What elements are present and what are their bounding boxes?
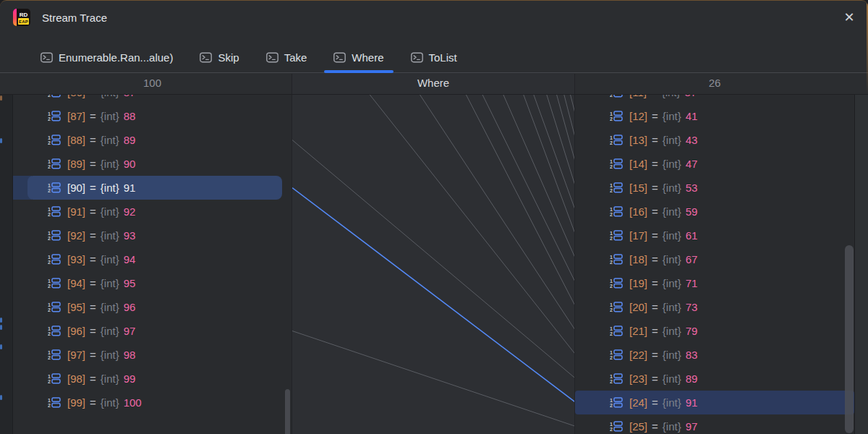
svg-text:2: 2 xyxy=(610,331,613,336)
item-value: 93 xyxy=(124,229,136,242)
item-value: 89 xyxy=(686,373,698,385)
trace-item[interactable]: 1 2 [90] = {int} 91 xyxy=(13,176,292,200)
svg-text:1: 1 xyxy=(610,231,613,236)
svg-text:2: 2 xyxy=(48,95,51,98)
trace-item[interactable]: 1 2 [94] = {int} 95 xyxy=(13,271,292,295)
svg-text:2: 2 xyxy=(48,260,51,265)
trace-link-line xyxy=(292,95,575,307)
trace-item[interactable]: 1 2 [99] = {int} 100 xyxy=(13,391,292,414)
item-equals: = xyxy=(90,301,96,313)
item-value: 61 xyxy=(686,229,698,242)
array-item-icon: 1 2 xyxy=(610,135,623,145)
trace-link-line-selected xyxy=(292,188,575,403)
item-index: [17] xyxy=(629,229,647,242)
array-item-icon: 1 2 xyxy=(610,373,623,384)
item-index: [21] xyxy=(629,325,647,337)
item-index: [97] xyxy=(67,349,85,361)
item-equals: = xyxy=(90,325,96,337)
tab-tolist[interactable]: ToList xyxy=(399,43,469,72)
svg-text:1: 1 xyxy=(610,135,613,140)
item-index: [96] xyxy=(67,325,85,337)
trace-link-line xyxy=(292,95,575,140)
tab-enumerable-ran-alue[interactable]: Enumerable.Ran...alue) xyxy=(29,43,184,72)
item-type: {int} xyxy=(101,253,119,265)
item-value: 100 xyxy=(124,396,142,409)
trace-item[interactable]: 1 2 [93] = {int} 94 xyxy=(13,247,292,271)
trace-item[interactable]: 1 2 [95] = {int} 96 xyxy=(13,295,292,319)
item-type: {int} xyxy=(101,134,119,146)
trace-item[interactable]: 1 2 [86] = {int} 87 xyxy=(13,95,292,104)
svg-text:2: 2 xyxy=(610,116,613,122)
item-equals: = xyxy=(652,301,658,313)
item-type: {int} xyxy=(663,301,681,313)
tab-skip[interactable]: Skip xyxy=(188,43,250,72)
scrollbar-thumb[interactable] xyxy=(845,245,854,433)
result-list: 1 2 [11] = {int} 37 1 2 [12] = {int} 41 … xyxy=(575,95,854,434)
tab-take[interactable]: Take xyxy=(255,43,319,72)
trace-item[interactable]: 1 2 [16] = {int} 59 xyxy=(575,200,854,224)
trace-item[interactable]: 1 2 [97] = {int} 98 xyxy=(13,343,292,367)
item-value: 79 xyxy=(686,325,698,337)
item-type: {int} xyxy=(101,229,119,242)
svg-text:2: 2 xyxy=(48,116,51,122)
column-headers: 100 Where 26 xyxy=(0,74,868,94)
item-value: 41 xyxy=(686,110,698,122)
close-button[interactable]: ✕ xyxy=(840,8,859,27)
item-type: {int} xyxy=(101,373,119,385)
trace-item[interactable]: 1 2 [91] = {int} 92 xyxy=(13,200,292,224)
terminal-icon xyxy=(411,52,423,63)
tab-label: Enumerable.Ran...alue) xyxy=(59,51,173,64)
svg-text:1: 1 xyxy=(610,183,613,188)
trace-item[interactable]: 1 2 [98] = {int} 99 xyxy=(13,367,292,391)
item-equals: = xyxy=(652,277,658,289)
trace-item[interactable]: 1 2 [87] = {int} 88 xyxy=(13,104,292,128)
trace-item[interactable]: 1 2 [11] = {int} 37 xyxy=(575,95,854,104)
trace-item[interactable]: 1 2 [89] = {int} 90 xyxy=(13,152,292,176)
array-item-icon: 1 2 xyxy=(610,95,623,98)
result-list-panel: 1 2 [11] = {int} 37 1 2 [12] = {int} 41 … xyxy=(575,95,854,434)
trace-item[interactable]: 1 2 [88] = {int} 89 xyxy=(13,128,292,152)
svg-text:2: 2 xyxy=(48,236,51,241)
item-index: [19] xyxy=(629,277,647,289)
trace-item[interactable]: 1 2 [96] = {int} 97 xyxy=(13,319,292,343)
svg-text:1: 1 xyxy=(48,111,51,116)
trace-item[interactable]: 1 2 [92] = {int} 93 xyxy=(13,224,292,247)
trace-item[interactable]: 1 2 [25] = {int} 97 xyxy=(575,414,854,434)
trace-item[interactable]: 1 2 [23] = {int} 89 xyxy=(575,367,854,391)
stripe-mark xyxy=(0,344,2,349)
array-item-icon: 1 2 xyxy=(610,278,623,289)
trace-item[interactable]: 1 2 [21] = {int} 79 xyxy=(575,319,854,343)
item-value: 91 xyxy=(686,396,698,409)
trace-item[interactable]: 1 2 [24] = {int} 91 xyxy=(575,391,854,414)
item-equals: = xyxy=(90,182,96,194)
item-index: [16] xyxy=(629,205,647,218)
trace-link-line xyxy=(292,95,575,355)
terminal-icon xyxy=(266,52,278,63)
svg-text:2: 2 xyxy=(48,403,51,408)
trace-item[interactable]: 1 2 [17] = {int} 61 xyxy=(575,224,854,247)
item-value: 87 xyxy=(124,95,136,98)
item-type: {int} xyxy=(101,301,119,313)
svg-text:2: 2 xyxy=(48,331,51,336)
trace-link-line xyxy=(292,95,575,284)
trace-item[interactable]: 1 2 [19] = {int} 71 xyxy=(575,271,854,295)
logo-eap-text: EAP xyxy=(18,18,29,25)
trace-item[interactable]: 1 2 [15] = {int} 53 xyxy=(575,176,854,200)
array-item-icon: 1 2 xyxy=(48,254,61,265)
item-equals: = xyxy=(90,158,96,170)
trace-item[interactable]: 1 2 [22] = {int} 83 xyxy=(575,343,854,367)
trace-item[interactable]: 1 2 [20] = {int} 73 xyxy=(575,295,854,319)
trace-item[interactable]: 1 2 [14] = {int} 47 xyxy=(575,152,854,176)
item-equals: = xyxy=(90,134,96,146)
tab-where[interactable]: Where xyxy=(322,43,395,72)
item-index: [24] xyxy=(629,396,647,409)
tab-bar: Enumerable.Ran...alue) Skip Take Where T… xyxy=(0,43,868,73)
item-value: 90 xyxy=(124,158,136,170)
trace-item[interactable]: 1 2 [12] = {int} 41 xyxy=(575,104,854,128)
svg-text:1: 1 xyxy=(610,159,613,164)
item-value: 97 xyxy=(124,325,136,337)
trace-item[interactable]: 1 2 [18] = {int} 67 xyxy=(575,247,854,271)
trace-item[interactable]: 1 2 [13] = {int} 43 xyxy=(575,128,854,152)
stripe-mark xyxy=(0,95,2,101)
scrollbar-thumb[interactable] xyxy=(285,389,290,434)
